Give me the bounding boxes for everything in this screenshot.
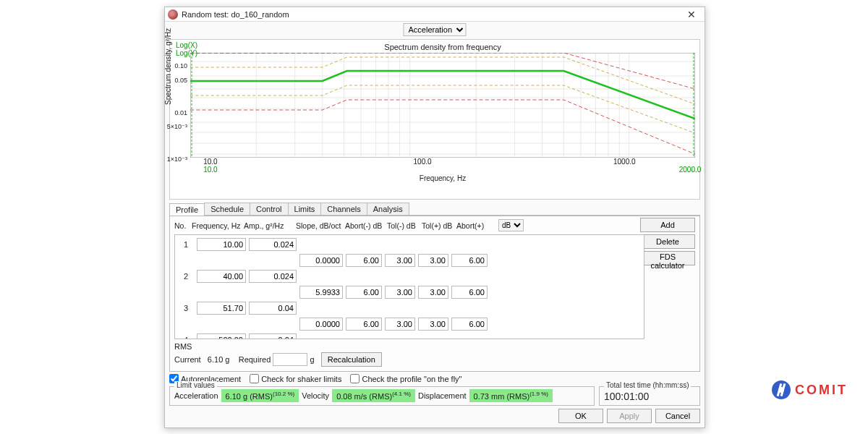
tab-limits[interactable]: Limits <box>288 203 322 215</box>
chart-yticks: 0.10 0.05 0.01 5×10⁻³ 1×10⁻³ <box>170 57 189 162</box>
tol-minus-input[interactable] <box>385 286 415 299</box>
tab-profile[interactable]: Profile <box>169 203 205 216</box>
fds-calculator-button[interactable]: FDS calculator <box>640 251 695 265</box>
amp-input[interactable] <box>249 333 297 339</box>
freq-input[interactable] <box>197 333 246 339</box>
window-title: Random test: do_160_random <box>182 10 289 19</box>
amp-input[interactable] <box>249 302 297 315</box>
chart-title: Spectrum density from frequency <box>190 43 695 51</box>
table-row: 4 <box>178 332 641 339</box>
total-test-time-value: 100:01:00 <box>604 391 695 402</box>
titlebar: Random test: do_160_random ✕ <box>165 7 705 22</box>
slope-input[interactable] <box>299 318 343 331</box>
abort-plus-input[interactable] <box>451 286 488 299</box>
random-test-window: Random test: do_160_random ✕ Acceleratio… <box>164 7 705 428</box>
limit-velocity: 0.08 m/s (RMS)(4.1 %) <box>332 389 415 402</box>
segment-row <box>299 316 641 332</box>
limit-displacement: 0.73 mm (RMS)(1.9 %) <box>469 389 553 402</box>
abort-plus-input[interactable] <box>451 254 488 267</box>
chart-xticks: 10.0 100.0 1000.0 10.0 2000.0 <box>190 158 695 174</box>
tol-plus-input[interactable] <box>418 318 448 331</box>
breakpoint-table: 12345 <box>174 234 644 339</box>
ok-button[interactable]: OK <box>558 409 603 423</box>
abort-minus-input[interactable] <box>346 318 382 331</box>
profile-panel: Add Delete FDS calculator No. Frequency,… <box>169 216 700 372</box>
check-on-the-fly-checkbox[interactable]: Check the profile "on the fly" <box>350 374 461 383</box>
log-axis-toggle[interactable]: Log(X) Log(Y) <box>176 41 197 57</box>
total-test-time-group: Total test time (hh:mm:ss) 100:01:00 <box>599 386 700 406</box>
apply-button[interactable]: Apply <box>607 409 652 423</box>
tab-analysis[interactable]: Analysis <box>367 203 409 215</box>
abort-plus-input[interactable] <box>451 318 488 331</box>
abort-minus-input[interactable] <box>346 286 382 299</box>
freq-input[interactable] <box>197 302 246 315</box>
rms-row: RMS Current 6.10 g Required g Recalculat… <box>174 342 695 367</box>
check-shaker-limits-checkbox[interactable]: Check for shaker limits <box>250 374 341 383</box>
slope-input[interactable] <box>299 286 343 299</box>
tab-channels[interactable]: Channels <box>320 203 367 215</box>
segment-row <box>299 284 641 300</box>
rms-current: 6.10 g <box>208 355 230 364</box>
freq-input[interactable] <box>197 270 246 283</box>
table-row: 2 <box>178 268 641 284</box>
add-button[interactable]: Add <box>640 218 695 232</box>
slope-input[interactable] <box>299 254 343 267</box>
tab-schedule[interactable]: Schedule <box>204 203 250 215</box>
chart-panel: Log(X) Log(Y) Spectrum density from freq… <box>169 39 700 200</box>
quantity-dropdown[interactable]: Acceleration <box>404 23 467 36</box>
chart-svg <box>190 53 695 158</box>
close-icon[interactable]: ✕ <box>681 7 702 22</box>
column-headers: No. Frequency, Hz Amp., g²/Hz Slope, dB/… <box>174 219 695 234</box>
unit-dropdown[interactable]: dB <box>498 219 524 231</box>
limit-acceleration: 6.10 g (RMS)(10.2 %) <box>221 389 299 402</box>
limit-values-group: Limit values Acceleration 6.10 g (RMS)(1… <box>169 386 595 406</box>
rms-required-input[interactable] <box>273 353 307 366</box>
app-icon <box>168 9 178 20</box>
tol-plus-input[interactable] <box>418 254 448 267</box>
brand-mark-icon <box>772 380 791 399</box>
amp-input[interactable] <box>249 238 297 251</box>
delete-button[interactable]: Delete <box>640 234 695 249</box>
abort-minus-input[interactable] <box>346 254 382 267</box>
tab-control[interactable]: Control <box>250 203 288 215</box>
cancel-button[interactable]: Cancel <box>655 409 700 423</box>
table-row: 1 <box>178 237 641 252</box>
amp-input[interactable] <box>249 270 297 283</box>
tab-bar: Profile Schedule Control Limits Channels… <box>169 203 700 216</box>
brand-logo: COMIT <box>772 380 848 399</box>
segment-row <box>299 252 641 268</box>
freq-input[interactable] <box>197 238 246 251</box>
table-row: 3 <box>178 300 641 316</box>
dialog-footer: OK Apply Cancel <box>169 409 700 423</box>
chart-xlabel: Frequency, Hz <box>190 174 695 182</box>
tol-minus-input[interactable] <box>385 254 415 267</box>
recalculation-button[interactable]: Recalculation <box>321 352 382 367</box>
tol-minus-input[interactable] <box>385 318 415 331</box>
tol-plus-input[interactable] <box>418 286 448 299</box>
